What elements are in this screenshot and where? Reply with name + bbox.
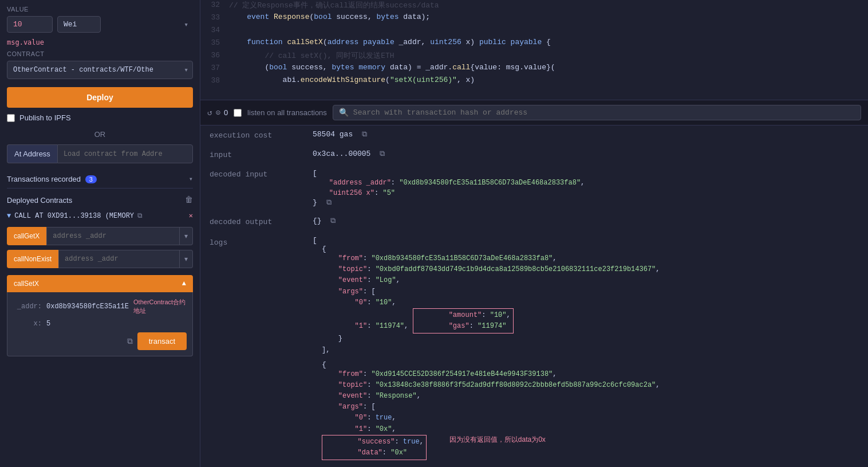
red-box-1: "amount": "10", "gas": "11974" xyxy=(413,308,514,333)
callnonexist-dropdown[interactable]: ▾ xyxy=(180,250,193,268)
execution-cost-num: 58504 gas xyxy=(313,130,353,139)
at-address-button[interactable]: At Address xyxy=(7,144,57,163)
decoded-output-text: {} xyxy=(313,217,322,225)
redbox2-content: "success": true, "data": "0x" xyxy=(322,435,427,460)
logs-entry2-text: "from": "0xd9145CCE52D386f254917e481eB44… xyxy=(322,370,660,433)
logs-block1: { "from": "0xd8b934580fcE35a11B58C6D73aD… xyxy=(313,245,859,356)
decoded-input-json: "address _addr": "0xd8b934580fcE35a11B58… xyxy=(313,179,585,197)
call-header: ▼ CALL AT 0XD91...39138 (MEMORY ⧉ ✕ xyxy=(7,211,193,220)
msg-value-hint: msg.value xyxy=(7,38,44,46)
stop-icon[interactable]: ⊙ xyxy=(215,108,220,117)
annotation-text: 因为没有返回值，所以data为0x xyxy=(449,435,546,445)
transact-row: ⧉ transact xyxy=(13,332,187,350)
line-num-35: 35 xyxy=(200,38,229,47)
deployed-title: Deployed Contracts xyxy=(7,196,72,205)
transactions-title: Transactions recorded xyxy=(7,175,81,183)
transactions-chevron-icon[interactable]: ▾ xyxy=(189,175,193,183)
code-content-33: event Response(bool success, bytes data)… xyxy=(229,13,430,21)
listen-checkbox[interactable] xyxy=(234,109,242,117)
code-area: 32 // 定义Response事件，确认call返回的结果success/da… xyxy=(200,0,868,100)
callsetx-title: callSetX xyxy=(14,280,39,288)
close-call-icon[interactable]: ✕ xyxy=(189,211,193,220)
ipfs-checkbox[interactable] xyxy=(7,114,15,122)
decoded-output-label: decoded output xyxy=(210,217,301,226)
callsetx-header[interactable]: callSetX ▲ xyxy=(7,275,193,292)
callsetx-body: _addr: 0xd8b934580fcE35a11E OtherContrac… xyxy=(7,292,193,356)
callsetx-section: callSetX ▲ _addr: 0xd8b934580fcE35a11E O… xyxy=(7,275,193,356)
revert-icon[interactable]: ↺ xyxy=(207,108,212,117)
callgetx-input[interactable] xyxy=(46,227,180,245)
listen-label: listen on all transactions xyxy=(247,108,327,117)
code-line-32: 32 // 定义Response事件，确认call返回的结果success/da… xyxy=(200,0,868,13)
fn1-row: callGetX ▾ xyxy=(7,227,193,245)
trash-icon[interactable]: 🗑 xyxy=(185,195,193,205)
ipfs-row: Publish to IPFS xyxy=(7,113,193,122)
execution-cost-row: execution cost 58504 gas ⧉ xyxy=(200,125,868,145)
code-line-35: 35 function callSetX(address payable _ad… xyxy=(200,38,868,50)
at-address-row: At Address xyxy=(7,144,193,163)
copy-exec-cost-icon[interactable]: ⧉ xyxy=(362,130,367,139)
decoded-input-row: decoded input [ "address _addr": "0xd8b9… xyxy=(200,164,868,212)
transact-button[interactable]: transact xyxy=(137,332,187,350)
input-label: input xyxy=(210,150,301,159)
transactions-header[interactable]: Transactions recorded 3 ▾ xyxy=(7,175,193,183)
logs-block2: { "from": "0xd9145CCE52D386f254917e481eB… xyxy=(313,360,859,467)
execution-cost-value: 58504 gas ⧉ xyxy=(313,130,859,139)
transactions-left: Transactions recorded 3 xyxy=(7,175,97,183)
callnonexist-input[interactable] xyxy=(58,250,180,268)
param2-label: x: xyxy=(13,320,42,328)
input-row: input 0x3ca...00005 ⧉ xyxy=(200,145,868,164)
callgetx-dropdown[interactable]: ▾ xyxy=(180,227,193,245)
input-val-text: 0x3ca...00005 xyxy=(313,150,370,158)
call-arrow-icon: ▼ xyxy=(7,212,11,220)
copy-address-icon[interactable]: ⧉ xyxy=(137,212,143,220)
search-input[interactable] xyxy=(353,108,855,117)
redbox1-content: "amount": "10", "gas": "11974" xyxy=(413,308,514,333)
contract-select[interactable]: OtherContract - contracts/WTF/Othe xyxy=(7,61,193,79)
logs-value: [ { "from": "0xd8b934580fcE35a11B58C6D73… xyxy=(313,236,859,467)
callsetx-chevron-icon: ▲ xyxy=(182,280,186,288)
logs-row: logs [ { "from": "0xd8b934580fcE35a11B58… xyxy=(200,231,868,467)
line-num-38: 38 xyxy=(200,76,229,85)
code-content-38: abi.encodeWithSignature("setX(uint256)",… xyxy=(229,76,475,84)
contract-label: CONTRACT xyxy=(7,50,193,57)
tx-count: 0 xyxy=(224,108,228,117)
deploy-button[interactable]: Deploy xyxy=(7,87,193,108)
decoded-input-value: [ "address _addr": "0xd8b934580fcE35a11B… xyxy=(313,169,859,207)
callnonexist-button[interactable]: callNonExist xyxy=(7,250,58,268)
tx-bar: ↺ ⊙ 0 listen on all transactions 🔍 xyxy=(200,100,868,125)
logs-label: logs xyxy=(210,236,301,247)
param1-hint: OtherContract合约地址 xyxy=(133,298,187,315)
right-panel: 32 // 定义Response事件，确认call返回的结果success/da… xyxy=(200,0,868,467)
value-input[interactable] xyxy=(7,16,53,33)
param1-label: _addr: xyxy=(13,303,42,311)
copy-input-icon[interactable]: ⧉ xyxy=(380,150,385,158)
unit-select-wrapper: Wei Gwei Ether xyxy=(57,16,193,33)
line-num-33: 33 xyxy=(200,13,229,22)
at-address-input[interactable] xyxy=(57,144,193,163)
code-line-38: 38 abi.encodeWithSignature("setX(uint256… xyxy=(200,76,868,88)
code-content-34 xyxy=(229,25,234,34)
param2-row: x: 5 xyxy=(13,320,187,328)
logs-entry1-close: } ], xyxy=(322,335,342,354)
unit-select[interactable]: Wei Gwei Ether xyxy=(57,16,101,33)
decoded-input-label: decoded input xyxy=(210,169,301,179)
call-address-text: CALL AT 0XD91...39138 (MEMORY xyxy=(14,212,134,220)
copy-transact-icon[interactable]: ⧉ xyxy=(127,337,133,346)
code-content-37: (bool success, bytes memory data) = _add… xyxy=(229,63,555,72)
deployed-header: Deployed Contracts 🗑 xyxy=(7,188,193,205)
code-content-32: // 定义Response事件，确认call返回的结果success/data xyxy=(229,0,439,10)
callgetx-button[interactable]: callGetX xyxy=(7,227,46,245)
code-line-37: 37 (bool success, bytes memory data) = _… xyxy=(200,63,868,76)
search-icon: 🔍 xyxy=(339,108,349,117)
code-line-33: 33 event Response(bool success, bytes da… xyxy=(200,13,868,25)
code-content-35: function callSetX(address payable _addr,… xyxy=(229,38,551,46)
copy-decoded-output-icon[interactable]: ⧉ xyxy=(330,217,336,225)
copy-decoded-input-icon[interactable]: ⧉ xyxy=(326,198,332,207)
execution-cost-label: execution cost xyxy=(210,130,301,140)
line-num-36: 36 xyxy=(200,50,229,60)
param2-value: 5 xyxy=(46,320,50,328)
input-value: 0x3ca...00005 ⧉ xyxy=(313,150,859,158)
decoded-output-value: {} ⧉ xyxy=(313,217,859,225)
redbox2-wrapper: "success": true, "data": "0x" 因为没有返回值，所以… xyxy=(322,435,859,460)
